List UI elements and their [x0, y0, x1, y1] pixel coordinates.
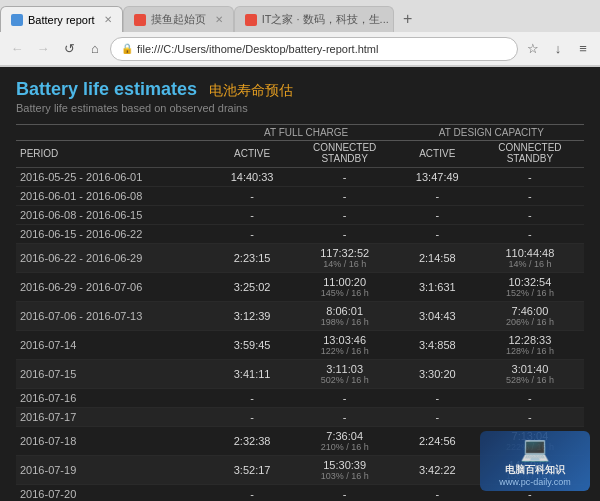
- cell-fc-standby: 117:32:5214% / 16 h: [291, 244, 399, 273]
- nav-right: ☆ ↓ ≡: [522, 38, 594, 60]
- cell-fc-standby: -: [291, 389, 399, 408]
- cell-fc-active: 3:41:11: [214, 360, 291, 389]
- watermark-icon: 💻: [520, 435, 550, 463]
- cell-fc-active: -: [214, 485, 291, 502]
- back-button[interactable]: ←: [6, 38, 28, 60]
- table-row: 2016-07-17----: [16, 408, 584, 427]
- cell-dc-active: 3:1:631: [399, 273, 476, 302]
- cell-fc-standby: -: [291, 168, 399, 187]
- table-row: 2016-07-143:59:4513:03:46122% / 16 h3:4:…: [16, 331, 584, 360]
- watermark-text: 电脑百科知识: [505, 463, 565, 477]
- page-title-cn: 电池寿命预估: [209, 82, 293, 100]
- cell-fc-standby: -: [291, 206, 399, 225]
- cell-dc-standby: 12:28:33128% / 16 h: [476, 331, 584, 360]
- cell-period: 2016-06-15 - 2016-06-22: [16, 225, 214, 244]
- cell-dc-active: 2:24:56: [399, 427, 476, 456]
- cell-dc-active: 3:30:20: [399, 360, 476, 389]
- cell-dc-standby: -: [476, 168, 584, 187]
- cell-dc-active: -: [399, 187, 476, 206]
- col-dc-standby: CONNECTEDSTANDBY: [476, 141, 584, 168]
- cell-dc-active: -: [399, 408, 476, 427]
- cell-fc-standby: 7:36:04210% / 16 h: [291, 427, 399, 456]
- cell-fc-active: -: [214, 187, 291, 206]
- cell-period: 2016-06-08 - 2016-06-15: [16, 206, 214, 225]
- cell-dc-standby: -: [476, 225, 584, 244]
- cell-dc-active: -: [399, 206, 476, 225]
- tab-battery[interactable]: Battery report ✕: [0, 6, 123, 32]
- forward-button[interactable]: →: [32, 38, 54, 60]
- cell-fc-active: 3:52:17: [214, 456, 291, 485]
- table-row: 2016-06-15 - 2016-06-22----: [16, 225, 584, 244]
- table-row: 2016-05-25 - 2016-06-0114:40:33-13:47:49…: [16, 168, 584, 187]
- tab-bar: Battery report ✕ 摸鱼起始页 ✕ IT之家 · 数码，科技，生.…: [0, 0, 600, 32]
- page-content: Battery life estimates 电池寿命预估 Battery li…: [0, 67, 600, 501]
- cell-fc-active: -: [214, 206, 291, 225]
- cell-fc-standby: 3:11:03502% / 16 h: [291, 360, 399, 389]
- table-row: 2016-06-01 - 2016-06-08----: [16, 187, 584, 206]
- page-title: Battery life estimates: [16, 79, 197, 100]
- download-button[interactable]: ↓: [547, 38, 569, 60]
- cell-dc-standby: 110:44:4814% / 16 h: [476, 244, 584, 273]
- cell-fc-standby: -: [291, 485, 399, 502]
- tab-pclover[interactable]: 摸鱼起始页 ✕: [123, 6, 234, 32]
- reload-button[interactable]: ↺: [58, 38, 80, 60]
- cell-dc-standby: -: [476, 206, 584, 225]
- tab-pclover-close[interactable]: ✕: [215, 14, 223, 25]
- watermark-url: www.pc-daily.com: [499, 477, 570, 487]
- cell-period: 2016-07-19: [16, 456, 214, 485]
- new-tab-button[interactable]: +: [394, 6, 422, 32]
- cell-fc-standby: -: [291, 225, 399, 244]
- cell-fc-active: 2:32:38: [214, 427, 291, 456]
- cell-dc-standby: -: [476, 408, 584, 427]
- address-bar[interactable]: 🔒 file:///C:/Users/ithome/Desktop/batter…: [110, 37, 518, 61]
- cell-fc-active: 2:23:15: [214, 244, 291, 273]
- cell-dc-active: 3:42:22: [399, 456, 476, 485]
- cell-period: 2016-05-25 - 2016-06-01: [16, 168, 214, 187]
- cell-dc-active: -: [399, 485, 476, 502]
- cell-fc-active: 3:59:45: [214, 331, 291, 360]
- cell-period: 2016-07-14: [16, 331, 214, 360]
- col-group-full-charge: AT FULL CHARGE: [214, 125, 399, 141]
- col-fc-active: ACTIVE: [214, 141, 291, 168]
- cell-fc-standby: -: [291, 187, 399, 206]
- cell-dc-standby: -: [476, 389, 584, 408]
- cell-period: 2016-07-20: [16, 485, 214, 502]
- col-dc-active: ACTIVE: [399, 141, 476, 168]
- cell-period: 2016-07-18: [16, 427, 214, 456]
- col-group-period: [16, 125, 214, 141]
- cell-dc-active: -: [399, 225, 476, 244]
- tab-pclover-label: 摸鱼起始页: [151, 12, 206, 27]
- table-row: 2016-07-06 - 2016-07-133:12:398:06:01198…: [16, 302, 584, 331]
- cell-fc-active: -: [214, 225, 291, 244]
- browser-chrome: Battery report ✕ 摸鱼起始页 ✕ IT之家 · 数码，科技，生.…: [0, 0, 600, 67]
- table-row: 2016-06-29 - 2016-07-063:25:0211:00:2014…: [16, 273, 584, 302]
- cell-period: 2016-07-06 - 2016-07-13: [16, 302, 214, 331]
- cell-dc-standby: -: [476, 187, 584, 206]
- cell-period: 2016-06-29 - 2016-07-06: [16, 273, 214, 302]
- cell-period: 2016-07-15: [16, 360, 214, 389]
- table-row: 2016-07-153:41:113:11:03502% / 16 h3:30:…: [16, 360, 584, 389]
- tab-ithome-favicon: [245, 14, 257, 26]
- tab-ithome[interactable]: IT之家 · 数码，科技，生... ✕: [234, 6, 394, 32]
- cell-fc-active: 14:40:33: [214, 168, 291, 187]
- tab-battery-close[interactable]: ✕: [104, 14, 112, 25]
- cell-fc-standby: 11:00:20145% / 16 h: [291, 273, 399, 302]
- tab-ithome-label: IT之家 · 数码，科技，生...: [262, 12, 389, 27]
- cell-fc-active: 3:12:39: [214, 302, 291, 331]
- cell-period: 2016-07-17: [16, 408, 214, 427]
- menu-button[interactable]: ≡: [572, 38, 594, 60]
- home-button[interactable]: ⌂: [84, 38, 106, 60]
- cell-period: 2016-06-01 - 2016-06-08: [16, 187, 214, 206]
- tab-battery-label: Battery report: [28, 14, 95, 26]
- cell-dc-active: 2:14:58: [399, 244, 476, 273]
- page-header: Battery life estimates 电池寿命预估: [16, 79, 584, 100]
- cell-period: 2016-06-22 - 2016-06-29: [16, 244, 214, 273]
- star-button[interactable]: ☆: [522, 38, 544, 60]
- cell-fc-active: 3:25:02: [214, 273, 291, 302]
- cell-dc-standby: 10:32:54152% / 16 h: [476, 273, 584, 302]
- cell-fc-active: -: [214, 408, 291, 427]
- cell-dc-active: 3:4:858: [399, 331, 476, 360]
- col-fc-standby: CONNECTEDSTANDBY: [291, 141, 399, 168]
- cell-fc-standby: 13:03:46122% / 16 h: [291, 331, 399, 360]
- cell-dc-standby: 3:01:40528% / 16 h: [476, 360, 584, 389]
